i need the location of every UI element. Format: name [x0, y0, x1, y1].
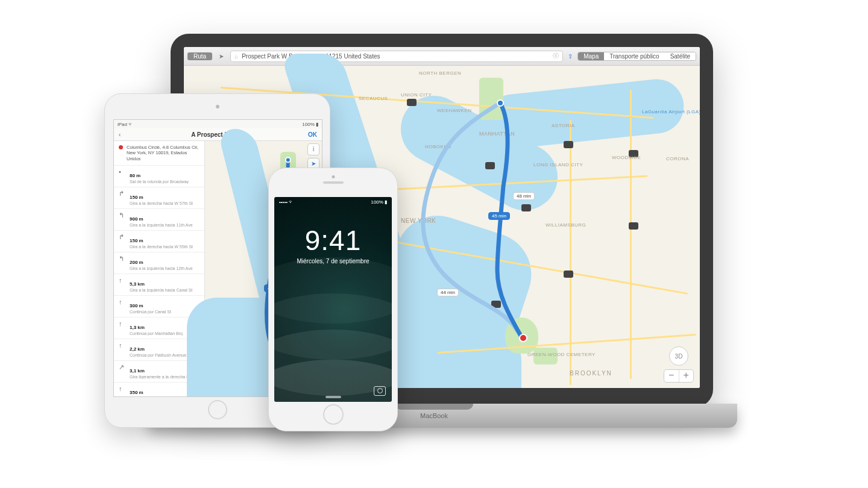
step-distance: 300 m [130, 303, 143, 308]
tab-transit[interactable]: Transporte público [604, 52, 664, 60]
share-icon[interactable]: ⇪ [568, 53, 573, 60]
zoom-out-button[interactable]: − [664, 370, 679, 382]
iphone-device: ••••• ᯤ 100% ▮ 9:41 Miércoles, 7 de sept… [268, 167, 398, 431]
lock-time: 9:41 [274, 224, 392, 257]
turn-icon: • [119, 169, 126, 184]
map-label: Corona [666, 156, 689, 161]
map-label: Astoria [552, 123, 574, 128]
info-button[interactable]: i [307, 143, 319, 155]
map-label: Williamsburg [546, 222, 586, 228]
ipad-camera-icon [216, 105, 219, 108]
direction-step[interactable]: ↱150 mGira a la derecha hacia W 55th St [114, 231, 204, 252]
map-label: Woodside [612, 155, 641, 160]
step-instruction: Gira a la izquierda hacia 11th Ave [130, 223, 201, 227]
map-label: Manhattan [479, 131, 515, 137]
eta-bubble-primary[interactable]: 45 min [488, 212, 510, 220]
eta-bubble-alt[interactable]: 48 min [513, 192, 535, 200]
step-distance: 350 m [130, 390, 143, 395]
destination-pin-icon [519, 334, 527, 342]
direction-step[interactable]: ↑5,3 kmGira a la izquierda hacia Canal S… [114, 274, 204, 296]
step-distance: 150 m [130, 238, 143, 243]
step-distance: 200 m [130, 260, 143, 265]
step-distance: 150 m [130, 195, 143, 200]
turn-icon: ↑ [119, 321, 126, 336]
tab-satellite[interactable]: Satélite [665, 52, 696, 60]
direction-step[interactable]: ↰900 mGira a la izquierda hacia 11th Ave [114, 209, 204, 231]
iphone-lockscreen[interactable]: ••••• ᯤ 100% ▮ 9:41 Miércoles, 7 de sept… [274, 197, 392, 402]
step-distance: 3,1 km [130, 368, 145, 374]
view-mode-segmented[interactable]: Mapa Transporte público Satélite [577, 52, 696, 61]
start-address: Columbus Circle, 4-8 Columbus Cir, New Y… [114, 141, 204, 166]
locate-icon[interactable]: ➤ [217, 53, 225, 60]
zoom-in-button[interactable]: + [679, 370, 694, 382]
iphone-camera-icon [332, 175, 335, 178]
camera-shortcut-icon[interactable] [374, 386, 386, 396]
eta-bubble-alt[interactable]: 44 min [437, 289, 459, 296]
ipad-home-button[interactable] [208, 400, 227, 419]
turn-icon: ↑ [119, 299, 126, 314]
macbook-notch [395, 404, 473, 410]
map-label: New York [401, 217, 436, 224]
status-left: ••••• ᯤ [279, 199, 294, 205]
status-right: 100% ▮ [371, 199, 387, 205]
step-instruction: Gira a la izquierda hacia 12th Ave [130, 266, 201, 271]
step-distance: 2,2 km [130, 346, 145, 352]
step-instruction: Sal de la rotonda por Broadway [130, 180, 201, 184]
step-distance: 80 m [130, 173, 140, 178]
tab-map[interactable]: Mapa [578, 52, 604, 60]
ok-button[interactable]: OK [308, 131, 317, 138]
direction-step[interactable]: ↱150 mGira a la derecha hacia W 57th St [114, 187, 204, 209]
turn-icon: ↑ [119, 342, 126, 357]
turn-icon: ↰ [119, 255, 126, 271]
turn-icon: ↑ [119, 386, 126, 397]
unlock-grabber-icon[interactable] [326, 396, 341, 398]
map-label-airport: LaGuardia Airport (LGA) [642, 109, 700, 114]
back-icon[interactable]: ‹ [119, 131, 121, 138]
status-right: 100% ▮ [302, 122, 318, 127]
route-button[interactable]: Ruta [187, 52, 212, 60]
ipad-statusbar: iPad ᯤ 100% ▮ [114, 120, 322, 128]
turn-icon: ↗ [119, 364, 126, 379]
step-distance: 1,3 km [130, 325, 145, 330]
map-label: Brooklyn [570, 370, 612, 377]
step-instruction: Prepárate para estacionar en Prospect Pa… [130, 396, 205, 397]
map-label: Union City [401, 92, 432, 98]
turn-icon: ↑ [119, 277, 126, 292]
turn-icon: ↰ [119, 212, 126, 227]
turn-icon: ↱ [119, 190, 126, 205]
compass-3d-button[interactable]: 3D [669, 346, 688, 366]
map-label: Green-Wood Cemetery [527, 352, 596, 357]
step-instruction: Gira a la derecha hacia W 57th St [130, 201, 201, 205]
step-distance: 5,3 km [130, 281, 145, 287]
map-label: Hoboken [425, 144, 451, 149]
status-left: iPad ᯤ [118, 122, 133, 127]
step-instruction: Gira a la derecha hacia W 55th St [130, 245, 201, 249]
map-label: Weehawken [437, 108, 472, 113]
map-label: Secaucus [359, 96, 388, 101]
search-field[interactable]: ⌕ Prospect Park W Brooklyn, NY 11215 Uni… [230, 51, 563, 62]
map-label: Long Island City [533, 162, 583, 167]
search-icon: ⌕ [234, 53, 238, 60]
turn-icon: ↱ [119, 234, 126, 249]
macbook-label: MacBook [420, 412, 448, 419]
direction-step[interactable]: •80 mSal de la rotonda por Broadway [114, 166, 204, 187]
clear-icon[interactable]: ⓧ [553, 52, 559, 60]
step-instruction: Gira a la izquierda hacia Canal St [130, 288, 201, 292]
iphone-speaker-icon [323, 181, 344, 184]
iphone-home-button[interactable] [323, 404, 344, 425]
step-distance: 900 m [130, 216, 143, 222]
direction-step[interactable]: ↰200 mGira a la izquierda hacia 12th Ave [114, 252, 204, 274]
mac-toolbar: Ruta ➤ ⌕ Prospect Park W Brooklyn, NY 11… [184, 47, 700, 66]
map-label: North Bergen [419, 70, 461, 76]
start-pin-icon [119, 145, 123, 149]
